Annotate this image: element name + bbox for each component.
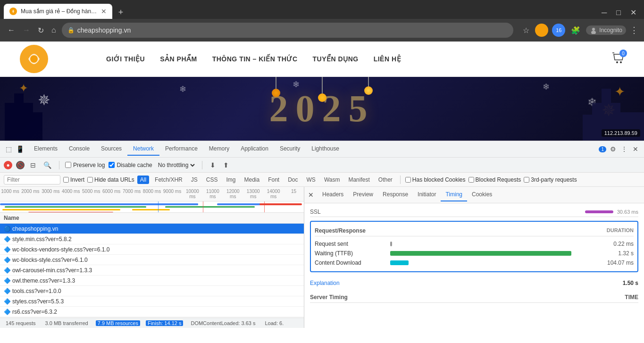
filter-font[interactable]: Font [265, 176, 282, 184]
search-icon[interactable]: 🔍 [42, 160, 53, 170]
panel-close-btn[interactable]: ✕ [308, 191, 314, 199]
devtools-mobile-icon[interactable]: 📱 [15, 144, 25, 154]
panel-tab-initiator[interactable]: Initiator [413, 188, 441, 201]
ext1-icon[interactable] [535, 24, 548, 37]
request-row-3[interactable]: 🔷 wc-blocks-style.css?ver=6.1.0 [0, 255, 304, 265]
minimize-icon[interactable]: ─ [598, 7, 611, 19]
blocked-requests-checkbox[interactable]: Blocked Requests [468, 176, 521, 183]
window-controls: ─ □ ✕ [598, 6, 640, 19]
svg-point-7 [616, 61, 618, 63]
filter-media[interactable]: Media [241, 176, 262, 184]
close-icon[interactable]: ✕ [627, 6, 640, 19]
tab-close-icon[interactable]: ✕ [101, 8, 107, 15]
request-row-1[interactable]: 🔷 style.min.css?ver=5.8.2 [0, 234, 304, 244]
star-icon[interactable]: ☆ [521, 24, 531, 37]
clear-button[interactable]: 🚫 [16, 161, 25, 169]
total-value: 1.50 s [623, 280, 638, 286]
home-button[interactable]: ⌂ [50, 24, 58, 36]
menu-icon[interactable]: ⋮ [630, 25, 638, 35]
nav-thongtin[interactable]: THÔNG TIN – KIẾN THỨC [212, 55, 298, 63]
nav-sanpham[interactable]: SẢN PHẨM [160, 55, 197, 63]
back-button[interactable]: ← [6, 24, 17, 36]
ttfb-label: Waiting (TTFB) [315, 250, 390, 257]
dt-more-icon[interactable]: ⋮ [619, 144, 629, 154]
third-party-checkbox[interactable]: 3rd-party requests [524, 176, 577, 183]
filter-wasm[interactable]: Wasm [321, 176, 343, 184]
record-button[interactable]: ● [4, 161, 12, 169]
request-row-5[interactable]: 🔷 owl.theme.css?ver=1.3.3 [0, 276, 304, 286]
network-toolbar: ● 🚫 ⊟ 🔍 Preserve log Disable cache No th… [0, 158, 644, 173]
filter-all[interactable]: All [137, 176, 149, 184]
tab-sources[interactable]: Sources [95, 142, 127, 156]
filter-css[interactable]: CSS [203, 176, 221, 184]
filter-js[interactable]: JS [188, 176, 201, 184]
dt-settings-icon[interactable]: ⚙ [608, 144, 618, 154]
svg-point-8 [620, 61, 622, 63]
panel-tab-timing[interactable]: Timing [441, 188, 467, 201]
download-bar-wrap [390, 260, 596, 265]
resources-size: 7.9 MB resources [96, 320, 140, 326]
network-main: 1000 ms 2000 ms 3000 ms 4000 ms 5000 ms … [0, 187, 644, 328]
svg-point-6 [30, 55, 38, 63]
new-tab-button[interactable]: + [114, 6, 127, 19]
panel-tab-preview[interactable]: Preview [348, 188, 378, 201]
disable-cache-checkbox[interactable]: Disable cache [109, 162, 152, 168]
filter-doc[interactable]: Doc [285, 176, 301, 184]
request-row-8[interactable]: 🔷 rs6.css?ver=6.3.2 [0, 307, 304, 317]
tab-application[interactable]: Application [235, 142, 274, 156]
server-timing-col: TIME [625, 294, 638, 301]
invert-checkbox[interactable]: Invert [63, 176, 84, 183]
forward-button[interactable]: → [21, 24, 32, 36]
cart-icon-wrap[interactable]: 0 [612, 51, 625, 67]
active-tab[interactable]: Mua sắm giá rẻ – Đồng hành c... ✕ [4, 4, 112, 19]
request-row-7[interactable]: 🔷 styles.css?ver=5.5.3 [0, 296, 304, 307]
address-input[interactable]: 🔒 cheapshopping.vn [62, 23, 514, 38]
request-row-4[interactable]: 🔷 owl-carousel-min.css?ver=1.3.3 [0, 265, 304, 276]
ttfb-bar-wrap [390, 251, 596, 256]
devtools-inspect-icon[interactable]: ⬚ [4, 144, 13, 154]
panel-tab-response[interactable]: Response [378, 188, 413, 201]
request-row-2[interactable]: 🔷 wc-blocks-vendors-style.css?ver=6.1.0 [0, 244, 304, 255]
tab-security[interactable]: Security [274, 142, 306, 156]
filter-icon[interactable]: ⊟ [28, 160, 38, 170]
throttle-select[interactable]: No throttling [156, 161, 196, 169]
filter-ws[interactable]: WS [304, 176, 318, 184]
tab-performance[interactable]: Performance [159, 142, 203, 156]
tab-elements[interactable]: Elements [28, 142, 63, 156]
tab-network[interactable]: Network [127, 142, 159, 156]
nav-tuyendung[interactable]: TUYỂN DỤNG [313, 55, 359, 63]
reload-button[interactable]: ↻ [36, 24, 46, 37]
timing-row-request-sent: Request sent 0.22 ms [315, 239, 634, 249]
nav-lienhe[interactable]: LIÊN HỆ [374, 55, 401, 63]
filter-img[interactable]: Img [223, 176, 238, 184]
nav-gioithieu[interactable]: GIỚI THIỆU [106, 55, 145, 63]
panel-tab-cookies[interactable]: Cookies [467, 188, 497, 201]
preserve-log-checkbox[interactable]: Preserve log [65, 162, 105, 168]
filter-manifest[interactable]: Manifest [345, 176, 372, 184]
filter-other[interactable]: Other [376, 176, 395, 184]
dt-close-icon[interactable]: ✕ [631, 144, 640, 154]
has-blocked-cookies-checkbox[interactable]: Has blocked Cookies [405, 176, 466, 183]
filter-fetch[interactable]: Fetch/XHR [152, 176, 185, 184]
import-icon[interactable]: ⬇ [208, 160, 217, 170]
ext2-icon[interactable]: 16 [552, 24, 565, 37]
export-icon[interactable]: ⬆ [221, 160, 231, 170]
incognito-button[interactable]: Incognito [586, 25, 626, 35]
maximize-icon[interactable]: □ [612, 7, 625, 19]
hide-data-urls-checkbox[interactable]: Hide data URLs [87, 176, 134, 183]
tab-lighthouse[interactable]: Lighthouse [306, 142, 345, 156]
panel-tab-headers[interactable]: Headers [318, 188, 348, 201]
tab-memory[interactable]: Memory [203, 142, 235, 156]
logo[interactable] [19, 44, 50, 75]
hero-banner: ✦ ✵ ❄ ❄ ❄ ❄ ✦ ✵ 2025 112.213.89.59 [0, 77, 644, 141]
tab-console[interactable]: Console [63, 142, 95, 156]
browser-toolbar: ☆ 16 🧩 Incognito ⋮ [521, 24, 638, 37]
puzzle-icon[interactable]: 🧩 [569, 24, 582, 37]
explanation-link[interactable]: Explanation [310, 280, 340, 286]
request-row-0[interactable]: 🔵 cheapshopping.vn [0, 224, 304, 234]
filter-input[interactable] [4, 175, 60, 184]
req-icon-6: 🔷 [4, 288, 10, 294]
request-row-6[interactable]: 🔷 tools.css?ver=1.0.0 [0, 286, 304, 296]
req-name-2: wc-blocks-vendors-style.css?ver=6.1.0 [12, 246, 300, 253]
req-name-5: owl.theme.css?ver=1.3.3 [12, 277, 300, 284]
